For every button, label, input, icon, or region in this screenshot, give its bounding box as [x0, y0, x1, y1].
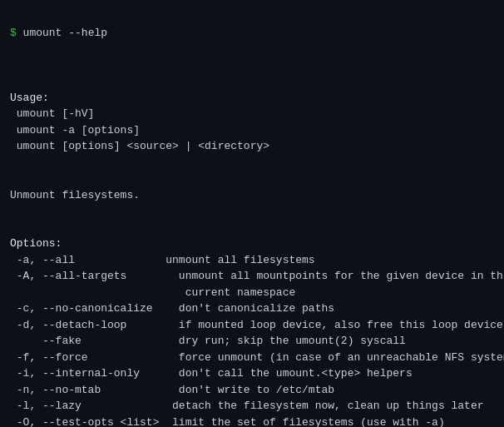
prompt-line: $ umount --help: [10, 27, 107, 39]
option-force: -f, --force force unmount (in case of an…: [10, 351, 504, 364]
option-no-canon: -c, --no-canonicalize don't canonicalize…: [10, 302, 334, 315]
usage-line-3: umount [options] <source> | <directory>: [10, 140, 269, 152]
option-internal: -i, --internal-only don't call the umoun…: [10, 367, 413, 380]
option-lazy: -l, --lazy detach the filesystem now, cl…: [10, 400, 484, 412]
prompt-symbol: $: [10, 27, 17, 39]
option-all-targets-cont: current namespace: [10, 286, 295, 299]
usage-line-1: umount [-hV]: [10, 107, 94, 120]
option-detach-loop: -d, --detach-loop if mounted loop device…: [10, 319, 503, 331]
terminal-window: $ umount --help Usage: umount [-hV] umou…: [10, 8, 494, 427]
option-all-targets: -A, --all-targets unmount all mountpoint…: [10, 270, 504, 282]
option-fake: --fake dry run; skip the umount(2) sysca…: [10, 335, 406, 347]
option-all: -a, --all unmount all filesystems: [10, 254, 315, 266]
option-no-mtab: -n, --no-mtab don't write to /etc/mtab: [10, 384, 334, 396]
usage-label: Usage:: [10, 92, 49, 104]
command-text: umount --help: [17, 27, 107, 39]
description: Unmount filesystems.: [10, 189, 140, 201]
options-label: Options:: [10, 237, 62, 250]
option-test-opts: -O, --test-opts <list> limit the set of …: [10, 416, 445, 428]
usage-line-2: umount -a [options]: [10, 124, 140, 137]
